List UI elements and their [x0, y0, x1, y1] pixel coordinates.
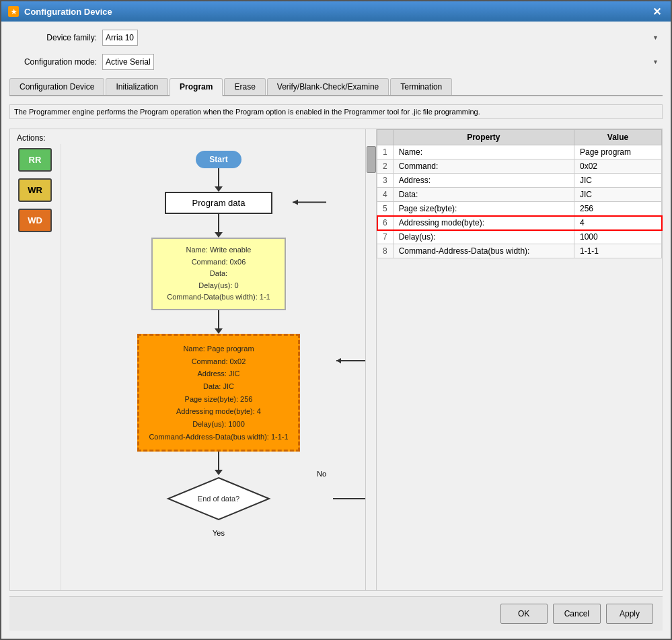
arrow4	[215, 452, 223, 475]
main-window: ★ Configuration Device ✕ Device family: …	[0, 0, 672, 640]
actions-label: Actions:	[10, 129, 376, 144]
tab-initialization[interactable]: Initialization	[106, 78, 168, 95]
arrow2	[215, 214, 223, 238]
config-mode-select-wrapper: Active Serial	[102, 54, 663, 70]
table-row[interactable]: 6 Addressing mode(byte): 4	[377, 216, 662, 230]
ok-button[interactable]: OK	[500, 604, 548, 624]
row-property: Delay(us):	[393, 230, 574, 244]
title-bar-left: ★ Configuration Device	[8, 6, 112, 17]
bottom-buttons: OK Cancel Apply	[9, 596, 663, 631]
pp-line3: Address: JIC	[149, 367, 288, 380]
program-data-node: Program data	[165, 192, 272, 214]
pp-line8: Command-Address-Data(bus width): 1-1-1	[149, 431, 288, 443]
row-property: Data:	[393, 188, 574, 202]
rr-button[interactable]: RR	[18, 148, 52, 172]
table-row[interactable]: 4 Data: JIC	[377, 188, 662, 202]
wd-button[interactable]: WD	[18, 209, 52, 232]
row-value: JIC	[574, 188, 662, 202]
config-mode-row: Configuration mode: Active Serial	[9, 54, 663, 70]
no-label: No	[317, 470, 326, 478]
row-property: Command:	[393, 159, 574, 174]
yes-label: Yes	[213, 529, 225, 537]
program-data-area: Program data	[104, 192, 333, 214]
table-row[interactable]: 7 Delay(us): 1000	[377, 230, 662, 244]
row-value: Page program	[574, 145, 662, 159]
row-value: 256	[574, 202, 662, 216]
row-value: 4	[574, 216, 662, 230]
arrow5: Yes	[213, 529, 225, 542]
left-panel-scrollbar[interactable]	[365, 129, 376, 590]
table-row[interactable]: 5 Page size(byte): 256	[377, 202, 662, 216]
flow-start-node: Start	[196, 151, 241, 168]
table-row[interactable]: 1 Name: Page program	[377, 145, 662, 159]
we-line3: Data:	[162, 268, 275, 280]
svg-marker-1	[293, 199, 298, 205]
arrow3	[215, 310, 223, 334]
row-num: 8	[377, 244, 394, 258]
cancel-button[interactable]: Cancel	[553, 604, 601, 624]
row-value: JIC	[574, 174, 662, 188]
table-header-row: Property Value	[377, 130, 662, 145]
app-icon: ★	[8, 6, 19, 17]
tabs-bar: Configuration Device Initialization Prog…	[9, 78, 663, 96]
arrow1	[215, 168, 223, 192]
pp-line2: Command: 0x02	[149, 355, 288, 368]
scrollbar-thumb	[367, 146, 376, 173]
device-family-label: Device family:	[9, 33, 97, 42]
config-mode-label: Configuration mode:	[9, 57, 97, 67]
we-line5: Command-Data(bus width): 1-1	[162, 291, 275, 304]
tab-erase[interactable]: Erase	[224, 78, 265, 95]
table-row[interactable]: 8 Command-Address-Data(bus width): 1-1-1	[377, 244, 662, 258]
col-num-header	[377, 130, 394, 145]
diagram-scroll-area[interactable]: Start Program data	[61, 144, 376, 590]
end-of-data-diamond: End of data?	[165, 475, 272, 522]
row-num: 7	[377, 230, 394, 244]
row-property: Command-Address-Data(bus width):	[393, 244, 574, 258]
right-panel: Property Value 1 Name: Page program 2 Co…	[377, 129, 662, 590]
row-num: 1	[377, 145, 394, 159]
window-title: Configuration Device	[24, 7, 112, 17]
device-family-select-wrapper: Arria 10	[102, 30, 663, 46]
page-program-node: Name: Page program Command: 0x02 Address…	[137, 334, 299, 452]
flow-diagram: Start Program data	[75, 151, 363, 542]
main-content: Actions: RR WR WD Start	[9, 129, 663, 591]
pp-line1: Name: Page program	[149, 343, 288, 355]
pp-line4: Data: JIC	[149, 380, 288, 393]
apply-button[interactable]: Apply	[606, 604, 653, 624]
window-body: Device family: Arria 10 Configuration mo…	[1, 22, 671, 639]
description-text: The Programmer engine performs the Progr…	[9, 104, 663, 119]
tab-program[interactable]: Program	[170, 78, 223, 96]
config-mode-select[interactable]: Active Serial	[102, 54, 154, 70]
row-num: 4	[377, 188, 394, 202]
pp-line6: Addressing mode(byte): 4	[149, 405, 288, 418]
row-property: Address:	[393, 174, 574, 188]
actions-buttons: RR WR WD	[18, 148, 52, 232]
we-line4: Delay(us): 0	[162, 280, 275, 292]
close-button[interactable]: ✕	[650, 5, 664, 18]
row-value: 1000	[574, 230, 662, 244]
table-row[interactable]: 2 Command: 0x02	[377, 159, 662, 174]
svg-text:End of data?: End of data?	[198, 495, 239, 503]
row-num: 5	[377, 202, 394, 216]
row-num: 6	[377, 216, 394, 230]
col-value-header: Value	[574, 130, 662, 145]
property-table: Property Value 1 Name: Page program 2 Co…	[377, 129, 662, 258]
we-line1: Name: Write enable	[162, 244, 275, 256]
row-property: Addressing mode(byte):	[393, 216, 574, 230]
col-property-header: Property	[393, 130, 574, 145]
table-row[interactable]: 3 Address: JIC	[377, 174, 662, 188]
left-panel: Actions: RR WR WD Start	[10, 129, 377, 590]
row-value: 0x02	[574, 159, 662, 174]
tab-verify[interactable]: Verify/Blank-Check/Examine	[267, 78, 389, 95]
tab-configuration-device[interactable]: Configuration Device	[9, 78, 104, 95]
row-value: 1-1-1	[574, 244, 662, 258]
row-num: 2	[377, 159, 394, 174]
we-line2: Command: 0x06	[162, 256, 275, 269]
device-family-row: Device family: Arria 10	[9, 30, 663, 46]
tab-termination[interactable]: Termination	[390, 78, 452, 95]
device-family-select[interactable]: Arria 10	[102, 30, 138, 46]
pp-line7: Delay(us): 1000	[149, 418, 288, 431]
pp-line5: Page size(byte): 256	[149, 393, 288, 406]
diamond-area: End of data? No	[118, 475, 320, 522]
wr-button[interactable]: WR	[18, 178, 52, 202]
